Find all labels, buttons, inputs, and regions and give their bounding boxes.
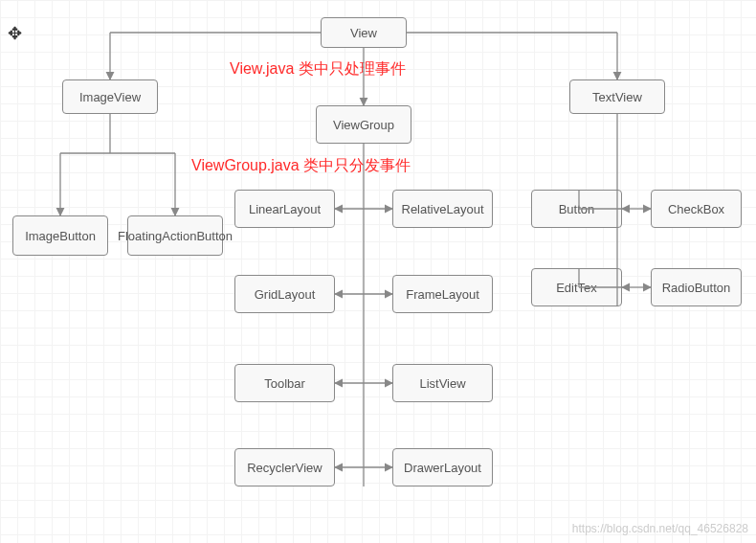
node-checkbox: CheckBox [651, 190, 742, 228]
annotation-view: View.java 类中只处理事件 [230, 59, 406, 79]
node-relativelayout: RelativeLayout [392, 190, 493, 228]
node-fab: FloatingActionButton [127, 215, 223, 256]
node-radiobutton: RadioButton [651, 268, 742, 306]
node-textview: TextView [569, 79, 665, 114]
node-drawerlayout: DrawerLayout [392, 448, 493, 486]
diagram-canvas: ✥ View View.java 类中只处理事件 ViewGroup.java … [0, 0, 756, 543]
node-linearlayout: LinearLayout [234, 190, 335, 228]
cursor-icon: ✥ [8, 23, 22, 44]
node-toolbar: Toolbar [234, 364, 335, 402]
node-recyclerview: RecyclerView [234, 448, 335, 486]
node-view: View [321, 17, 407, 48]
node-imageview: ImageView [62, 79, 158, 114]
node-framelayout: FrameLayout [392, 275, 493, 313]
node-edittex: EditTex [531, 268, 622, 306]
node-button: Button [531, 190, 622, 228]
node-listview: ListView [392, 364, 493, 402]
node-gridlayout: GridLayout [234, 275, 335, 313]
watermark: https://blog.csdn.net/qq_46526828 [572, 522, 748, 535]
annotation-viewgroup: ViewGroup.java 类中只分发事件 [191, 156, 411, 176]
node-imagebutton: ImageButton [12, 215, 108, 256]
node-viewgroup: ViewGroup [316, 105, 411, 144]
